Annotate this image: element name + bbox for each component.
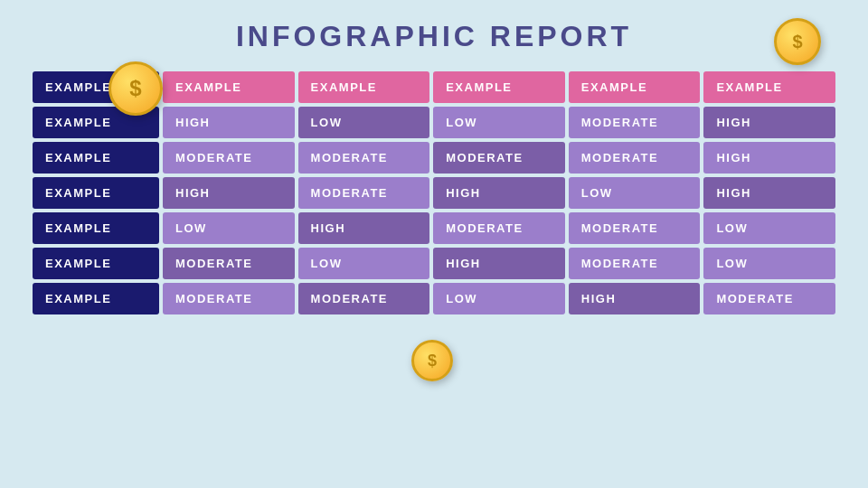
cell-1-4: HIGH: [703, 142, 835, 174]
cell-3-4: LOW: [703, 212, 835, 244]
cell-3-1: HIGH: [298, 212, 430, 244]
cell-1-0: MODERATE: [163, 142, 295, 174]
cell-4-3: MODERATE: [569, 248, 701, 279]
header-col-3: EXAMPLE: [433, 71, 565, 103]
table-row: EXAMPLEHIGHMODERATEHIGHLOWHIGH: [33, 177, 835, 209]
cell-3-2: MODERATE: [433, 212, 565, 244]
cell-0-4: HIGH: [703, 107, 835, 138]
cell-4-0: MODERATE: [163, 248, 295, 279]
cell-5-3: HIGH: [569, 283, 701, 314]
row-label-1: EXAMPLE: [33, 142, 159, 174]
table-row: EXAMPLEMODERATEMODERATEMODERATEMODERATEH…: [33, 142, 835, 174]
cell-5-4: MODERATE: [703, 283, 835, 314]
table-row: EXAMPLEMODERATEMODERATELOWHIGHMODERATE: [33, 283, 835, 314]
cell-5-2: LOW: [433, 283, 565, 314]
cell-0-2: LOW: [433, 107, 565, 138]
coin-bottom: $: [411, 340, 453, 381]
row-label-5: EXAMPLE: [33, 283, 159, 314]
header-col-1: EXAMPLE: [163, 71, 295, 103]
cell-3-3: MODERATE: [569, 212, 701, 244]
cell-1-3: MODERATE: [569, 142, 701, 174]
cell-5-1: MODERATE: [298, 283, 430, 314]
cell-0-0: HIGH: [163, 107, 295, 138]
cell-2-4: HIGH: [703, 177, 835, 209]
header-col-4: EXAMPLE: [569, 71, 701, 103]
cell-4-4: LOW: [703, 248, 835, 279]
cell-2-0: HIGH: [163, 177, 295, 209]
cell-1-1: MODERATE: [298, 142, 430, 174]
cell-2-2: HIGH: [433, 177, 565, 209]
cell-2-3: LOW: [569, 177, 701, 209]
row-label-2: EXAMPLE: [33, 177, 159, 209]
header-col-5: EXAMPLE: [703, 71, 835, 103]
coin-left: $: [108, 61, 163, 116]
header-col-2: EXAMPLE: [298, 71, 430, 103]
coin-right: $: [774, 18, 821, 65]
table-row: EXAMPLELOWHIGHMODERATEMODERATELOW: [33, 212, 835, 244]
cell-0-3: MODERATE: [569, 107, 701, 138]
cell-0-1: LOW: [298, 107, 430, 138]
cell-2-1: MODERATE: [298, 177, 430, 209]
cell-4-2: HIGH: [433, 248, 565, 279]
table-row: EXAMPLEMODERATELOWHIGHMODERATELOW: [33, 248, 835, 279]
row-label-4: EXAMPLE: [33, 248, 159, 279]
cell-3-0: LOW: [163, 212, 295, 244]
page-title: INFOGRAPHIC REPORT: [0, 0, 868, 68]
row-label-3: EXAMPLE: [33, 212, 159, 244]
cell-4-1: LOW: [298, 248, 430, 279]
cell-1-2: MODERATE: [433, 142, 565, 174]
cell-5-0: MODERATE: [163, 283, 295, 314]
table-row: EXAMPLEHIGHLOWLOWMODERATEHIGH: [33, 107, 835, 138]
